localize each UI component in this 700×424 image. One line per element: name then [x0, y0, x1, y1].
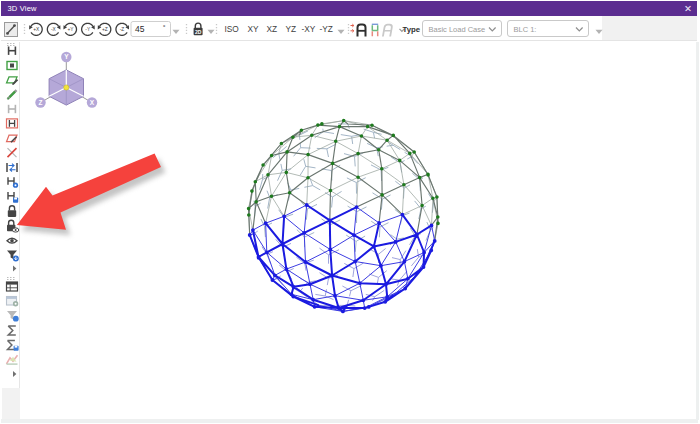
svg-text:+X: +X: [33, 27, 40, 32]
svg-text:ISO: ISO: [225, 23, 240, 33]
svg-text:-XY: -XY: [302, 23, 316, 33]
svg-text:+Y: +Y: [67, 27, 74, 32]
svg-text:-YZ: -YZ: [320, 23, 333, 33]
svg-text:+Z: +Z: [102, 27, 108, 32]
svg-text:-Y: -Y: [85, 27, 91, 32]
svg-text:2D: 2D: [195, 28, 202, 34]
svg-text:YZ: YZ: [286, 23, 297, 33]
svg-text:-X: -X: [51, 27, 57, 32]
svg-text:XY: XY: [248, 23, 260, 33]
svg-text:45: 45: [135, 24, 145, 34]
svg-text:-Z: -Z: [120, 27, 125, 32]
svg-text:XZ: XZ: [267, 23, 278, 33]
svg-text:˚: ˚: [163, 23, 166, 32]
svg-text:Type: Type: [403, 25, 421, 34]
